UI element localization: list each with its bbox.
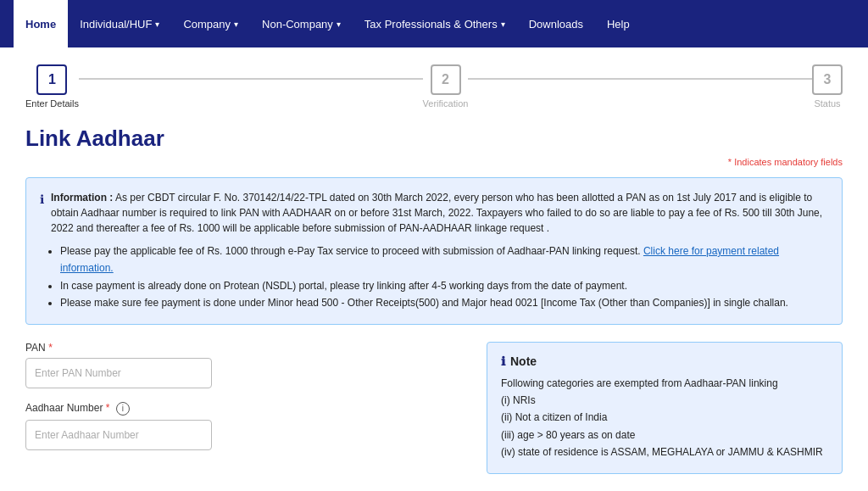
note-box: ℹ Note Following categories are exempted… bbox=[487, 342, 843, 474]
step-circle-1: 1 bbox=[36, 64, 67, 95]
step-line-1 bbox=[79, 78, 423, 80]
mandatory-note: * Indicates mandatory fields bbox=[25, 157, 843, 167]
info-bullet-3: Please make sure fee payment is done und… bbox=[60, 294, 828, 311]
info-bold-prefix: Information : bbox=[51, 192, 113, 204]
aadhaar-info-icon[interactable]: i bbox=[116, 402, 130, 416]
info-paragraph: As per CBDT circular F. No. 370142/14/22… bbox=[51, 192, 822, 234]
step-line-2 bbox=[468, 78, 812, 80]
step-1: 1 Enter Details bbox=[25, 64, 79, 109]
step-circle-3: 3 bbox=[812, 64, 843, 95]
stepper: 1 Enter Details 2 Verification 3 Status bbox=[25, 64, 843, 109]
note-title: Note bbox=[510, 354, 537, 368]
info-box: ℹ Information : As per CBDT circular F. … bbox=[25, 177, 843, 325]
step-label-1: Enter Details bbox=[25, 98, 79, 109]
nav-menu: Home Individual/HUF ▾ Company ▾ Non-Comp… bbox=[14, 0, 642, 47]
nav-item-downloads[interactable]: Downloads bbox=[517, 0, 595, 47]
pan-label: PAN * bbox=[25, 342, 470, 354]
navigation: Home Individual/HUF ▾ Company ▾ Non-Comp… bbox=[0, 0, 868, 47]
nav-item-company[interactable]: Company ▾ bbox=[171, 0, 250, 47]
page-title: Link Aadhaar bbox=[25, 126, 843, 152]
chevron-down-icon: ▾ bbox=[337, 20, 341, 29]
info-header: ℹ Information : As per CBDT circular F. … bbox=[40, 190, 828, 236]
chevron-down-icon: ▾ bbox=[234, 20, 238, 29]
note-header: ℹ Note bbox=[501, 354, 828, 368]
note-content: Following categories are exempted from A… bbox=[501, 375, 828, 461]
note-info-icon: ℹ bbox=[501, 354, 505, 368]
nav-item-help[interactable]: Help bbox=[595, 0, 642, 47]
step-label-3: Status bbox=[814, 98, 840, 109]
info-bullets: Please pay the applicable fee of Rs. 100… bbox=[40, 243, 828, 312]
aadhaar-label: Aadhaar Number * i bbox=[25, 402, 470, 416]
step-2: 2 Verification bbox=[423, 64, 469, 109]
pan-input[interactable] bbox=[25, 358, 212, 388]
pan-required: * bbox=[48, 342, 53, 354]
info-bullet-2: In case payment is already done on Prote… bbox=[60, 277, 828, 294]
aadhaar-input[interactable] bbox=[25, 420, 212, 450]
info-bullet-1: Please pay the applicable fee of Rs. 100… bbox=[60, 243, 828, 277]
step-3: 3 Status bbox=[812, 64, 843, 109]
chevron-down-icon: ▾ bbox=[501, 20, 505, 29]
aadhaar-required: * bbox=[106, 402, 110, 414]
aadhaar-field-group: Aadhaar Number * i bbox=[25, 402, 470, 450]
form-section: PAN * Aadhaar Number * i bbox=[25, 342, 470, 464]
chevron-down-icon: ▾ bbox=[155, 20, 159, 29]
nav-item-taxprofessionals[interactable]: Tax Professionals & Others ▾ bbox=[353, 0, 517, 47]
main-content: 1 Enter Details 2 Verification 3 Status … bbox=[0, 47, 868, 491]
info-icon: ℹ bbox=[40, 191, 44, 209]
pan-field-group: PAN * bbox=[25, 342, 470, 388]
step-label-2: Verification bbox=[423, 98, 469, 109]
form-note-row: PAN * Aadhaar Number * i ℹ Note bbox=[25, 342, 843, 474]
nav-item-noncompany[interactable]: Non-Company ▾ bbox=[250, 0, 353, 47]
nav-item-individual[interactable]: Individual/HUF ▾ bbox=[68, 0, 171, 47]
nav-item-home[interactable]: Home bbox=[14, 0, 68, 47]
step-circle-2: 2 bbox=[431, 64, 461, 95]
